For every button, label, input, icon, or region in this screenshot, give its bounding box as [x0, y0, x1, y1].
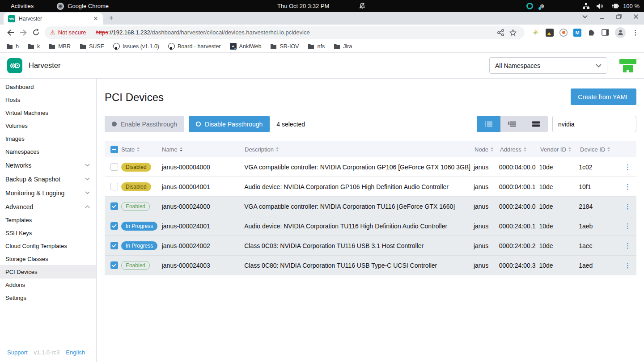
table-row[interactable]: Enabled janus-000024000 VGA compatible c… [105, 197, 636, 216]
view-cards-button[interactable] [524, 116, 548, 132]
table-row[interactable]: In Progress janus-000024001 Audio device… [105, 216, 636, 236]
minimize-icon[interactable] [599, 14, 605, 19]
column-header-device-id[interactable]: Device ID [580, 146, 626, 153]
app-indicator-ring-icon[interactable] [526, 3, 533, 9]
sidebar-item-virtual-machines[interactable]: Virtual Machines [0, 106, 96, 119]
bookmark-ankiweb[interactable]: ✦AnkiWeb [230, 43, 262, 50]
view-list-button[interactable] [477, 116, 500, 132]
network-icon[interactable] [582, 3, 590, 9]
bookmark-folder-sriov[interactable]: SR-IOV [270, 43, 299, 50]
enable-passthrough-button[interactable]: Enable Passthrough [105, 116, 184, 132]
sidebar-group-advanced[interactable]: Advanced [0, 200, 96, 214]
sidebar-item-settings[interactable]: Settings [0, 291, 96, 304]
extension-colorful-icon[interactable]: ✳ [532, 29, 540, 37]
row-actions-kebab-icon[interactable]: ⋮ [624, 163, 631, 171]
volume-icon[interactable] [596, 3, 603, 9]
sidebar-item-ssh-keys[interactable]: SSH Keys [0, 227, 96, 240]
sidebar-item-volumes[interactable]: Volumes [0, 119, 96, 132]
reload-button[interactable] [30, 26, 42, 39]
bookmark-folder-nfs[interactable]: nfs [308, 43, 325, 50]
bookmark-folder-suse[interactable]: SUSE [80, 43, 104, 50]
row-checkbox[interactable] [110, 202, 118, 210]
bookmark-folder-mbr[interactable]: MBR [49, 43, 71, 50]
column-header-description[interactable]: Description [245, 146, 475, 153]
table-row[interactable]: Disabled janus-000004001 Audio device: N… [105, 177, 636, 197]
extension-oval-icon[interactable] [559, 29, 568, 37]
share-icon[interactable] [494, 26, 507, 39]
sidebar-item-storage-classes[interactable]: Storage Classes [0, 253, 96, 265]
not-secure-label[interactable]: Not secure [58, 29, 86, 36]
row-checkbox[interactable] [110, 163, 118, 171]
clock[interactable]: Thu Oct 20 3:32 PM [277, 0, 329, 12]
search-input[interactable] [552, 116, 636, 132]
bookmark-folder-jira[interactable]: Jira [334, 43, 352, 50]
sidebar-item-templates[interactable]: Templates [0, 214, 96, 227]
address-bar[interactable]: ⚠ Not secure https://192.168.1.232/dashb… [45, 26, 525, 39]
column-header-node[interactable]: Node [475, 146, 500, 153]
table-row[interactable]: Disabled janus-000004000 VGA compatible … [105, 157, 636, 177]
sidebar-item-pci-devices[interactable]: PCI Devices [0, 265, 96, 278]
row-actions-kebab-icon[interactable]: ⋮ [624, 202, 631, 210]
row-checkbox[interactable] [110, 261, 118, 269]
bookmark-github-issues[interactable]: Issues (v1.1.0) [113, 43, 159, 50]
row-actions-kebab-icon[interactable]: ⋮ [624, 222, 631, 230]
column-header-vendor-id[interactable]: Vendor ID [540, 146, 580, 153]
support-link[interactable]: Support [7, 349, 28, 356]
table-row[interactable]: In Progress janus-000024002 Class 0C03: … [105, 236, 636, 256]
forward-button[interactable] [17, 26, 30, 39]
notifications-muted-icon[interactable] [359, 2, 366, 9]
device-name: janus-000024003 [162, 262, 245, 269]
sidebar-item-hosts[interactable]: Hosts [0, 93, 96, 106]
bookmark-folder-k[interactable]: k [28, 43, 40, 50]
tab-search-chevron-icon[interactable] [582, 15, 588, 18]
row-checkbox[interactable] [110, 222, 118, 230]
column-header-address[interactable]: Address [500, 146, 540, 153]
sidebar-group-backup-snapshot[interactable]: Backup & Snapshot [0, 172, 96, 186]
disable-passthrough-button[interactable]: Disable Passthrough [189, 116, 270, 132]
security-warning-icon[interactable]: ⚠ [50, 29, 55, 36]
browser-tab-harvester[interactable]: ⋘ Harvester ✕ [4, 13, 103, 25]
sidebar-item-cloud-config-templates[interactable]: Cloud Config Templates [0, 240, 96, 253]
battery-icon[interactable] [610, 3, 619, 9]
sidebar-item-images[interactable]: Images [0, 132, 96, 145]
row-checkbox[interactable] [110, 183, 118, 190]
new-tab-button[interactable]: ＋ [107, 13, 115, 23]
table-row[interactable]: Enabled janus-000024003 Class 0C80: NVID… [105, 256, 636, 275]
row-actions-kebab-icon[interactable]: ⋮ [624, 261, 631, 269]
create-from-yaml-button[interactable]: Create from YAML [571, 88, 636, 105]
rancher-logo[interactable] [619, 58, 637, 74]
sidebar-item-dashboard[interactable]: Dashboard [0, 80, 96, 93]
focused-app-indicator[interactable]: Google Chrome [57, 3, 109, 10]
select-all-checkbox[interactable] [110, 146, 118, 153]
extension-m-icon[interactable]: M [573, 29, 581, 37]
column-header-name[interactable]: Name [162, 146, 245, 153]
profile-avatar[interactable] [615, 27, 626, 38]
namespace-filter-select[interactable]: All Namespaces [489, 57, 607, 74]
browser-menu-kebab-icon[interactable]: ⋮ [631, 29, 640, 37]
sidebar-group-networks[interactable]: Networks [0, 158, 96, 172]
close-window-icon[interactable] [633, 14, 639, 19]
bookmark-github-board[interactable]: Board · harvester [168, 43, 221, 50]
sidebar-item-namespaces[interactable]: Namespaces [0, 145, 96, 158]
tab-close-icon[interactable]: ✕ [92, 15, 99, 22]
language-link[interactable]: English [66, 349, 85, 356]
view-grouped-button[interactable] [500, 116, 524, 132]
page-url[interactable]: https://192.168.1.232/dashboard/harveste… [96, 29, 310, 36]
bookmark-star-icon[interactable] [507, 26, 519, 39]
sidebar-group-monitoring-logging[interactable]: Monitoring & Logging [0, 186, 96, 200]
harvester-logo[interactable] [7, 58, 22, 73]
extensions-puzzle-icon[interactable] [587, 29, 595, 37]
row-checkbox[interactable] [110, 242, 118, 249]
activities-button[interactable]: Activities [5, 3, 39, 9]
app-indicator-snowflake-icon[interactable]: ❄ [539, 3, 545, 10]
bookmark-folder-h[interactable]: h [6, 43, 19, 50]
restore-icon[interactable] [616, 14, 622, 19]
device-device-id: 1aec [579, 242, 624, 249]
side-panel-icon[interactable] [601, 29, 609, 37]
row-actions-kebab-icon[interactable]: ⋮ [624, 242, 631, 249]
back-button[interactable] [4, 26, 17, 39]
row-actions-kebab-icon[interactable]: ⋮ [624, 183, 631, 190]
column-header-state[interactable]: State [121, 146, 162, 153]
sidebar-item-addons[interactable]: Addons [0, 278, 96, 291]
extension-dark-icon[interactable] [546, 29, 554, 37]
